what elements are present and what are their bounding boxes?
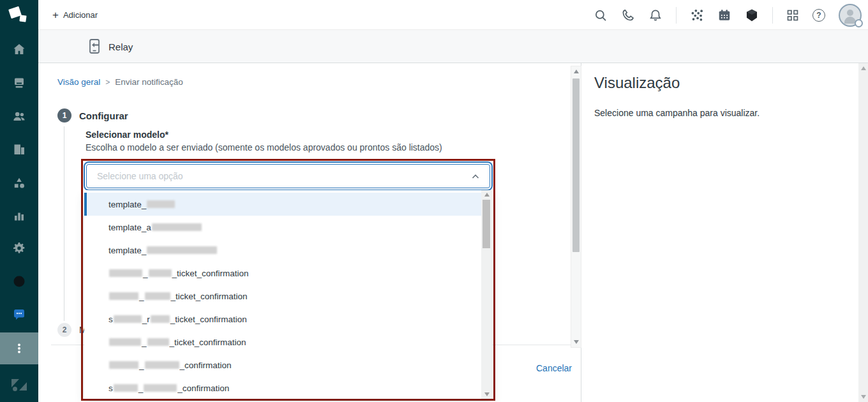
step1-title: Configurar: [79, 110, 128, 121]
option-text: _: [142, 338, 147, 347]
customers-icon: [11, 108, 27, 124]
step2-badge: 2: [57, 323, 71, 337]
redacted-text: [109, 292, 138, 300]
sidebar-item-admin[interactable]: [0, 232, 38, 264]
scroll-up-icon[interactable]: [481, 193, 492, 197]
redacted-text: [152, 223, 202, 231]
preview-title: Visualização: [594, 74, 680, 92]
dropdown-option[interactable]: template_: [84, 239, 492, 262]
breadcrumb-current: Enviar notificação: [115, 77, 183, 87]
preview-empty-text: Selecione uma campanha para visualizar.: [594, 108, 760, 118]
option-text: _: [143, 269, 148, 278]
scroll-down-icon[interactable]: [481, 392, 492, 396]
option-rows: template_template_atemplate___ticket_con…: [84, 193, 492, 399]
gear-icon: [11, 241, 27, 256]
cancel-button[interactable]: Cancelar: [536, 363, 572, 373]
topbar-divider: [676, 7, 677, 24]
option-text: _r: [142, 315, 150, 324]
window-scrollbar[interactable]: [858, 63, 868, 402]
plus-icon: +: [52, 10, 59, 20]
topbar-icons: ?: [594, 0, 862, 30]
app-calendar-icon[interactable]: [717, 8, 731, 22]
app-dot-icon: [11, 274, 27, 289]
scroll-down-icon[interactable]: [858, 395, 868, 399]
redacted-text: [109, 269, 142, 277]
dropdown-option[interactable]: template_a: [84, 216, 492, 239]
step-connector-line: [64, 126, 64, 321]
app-dots-pattern-icon[interactable]: [690, 8, 704, 22]
template-select-combobox[interactable]: [86, 164, 490, 188]
template-select-input[interactable]: [97, 171, 454, 181]
breadcrumb-link[interactable]: Visão geral: [57, 77, 100, 87]
reporting-icon: [11, 208, 27, 223]
option-text: template_a: [108, 223, 151, 232]
redacted-text: [149, 269, 172, 277]
sidebar-item-messaging[interactable]: [0, 298, 38, 330]
dropdown-scrollbar-thumb[interactable]: [483, 200, 490, 248]
field-help-text: Escolha o modelo a ser enviado (somente …: [86, 142, 442, 153]
product-logo-icon[interactable]: [0, 0, 38, 30]
scroll-up-icon[interactable]: [858, 66, 868, 70]
dropdown-option[interactable]: s_r_ticket_confirmation: [84, 308, 492, 331]
help-icon[interactable]: ?: [812, 9, 825, 22]
dropdown-option[interactable]: s__confirmation: [84, 376, 492, 399]
scroll-up-icon[interactable]: [571, 70, 581, 73]
option-text: _: [139, 361, 144, 370]
dropdown-option[interactable]: __ticket_confirmation: [84, 262, 492, 285]
dropdown-scrollbar[interactable]: [481, 190, 492, 399]
dropdown-option[interactable]: __confirmation: [84, 354, 492, 376]
tickets-icon: [11, 75, 27, 91]
field-label: Selecionar modelo*: [86, 130, 168, 140]
app-window: + Adicionar: [0, 0, 868, 402]
sidebar-item-objects[interactable]: [0, 167, 38, 199]
step1-badge: 1: [57, 108, 71, 123]
sidebar: [0, 0, 38, 402]
app-cube-icon[interactable]: [745, 8, 759, 22]
main-scrollbar-thumb[interactable]: [572, 78, 580, 252]
redacted-text: [109, 361, 138, 369]
home-icon: [11, 41, 27, 57]
option-text: _ticket_confirmation: [172, 269, 249, 278]
scroll-down-icon[interactable]: [571, 340, 581, 344]
option-text: _confirmation: [177, 383, 229, 393]
chat-icon: [11, 306, 27, 322]
dropdown-option[interactable]: template_: [84, 193, 492, 216]
sidebar-item-tickets[interactable]: [0, 67, 38, 99]
add-button[interactable]: + Adicionar: [52, 0, 98, 30]
sidebar-item-more[interactable]: [0, 332, 38, 364]
product-tray-icon[interactable]: [786, 9, 799, 22]
phone-icon[interactable]: [621, 8, 635, 22]
dropdown-option[interactable]: __ticket_confirmation: [84, 285, 492, 308]
redacted-text: [147, 200, 175, 208]
status-indicator: [855, 19, 863, 27]
redacted-text: [145, 292, 170, 300]
sidebar-item-app-dot[interactable]: [0, 265, 38, 297]
chevron-up-icon[interactable]: [471, 172, 480, 184]
search-icon[interactable]: [594, 8, 608, 22]
redacted-text: [147, 246, 217, 254]
app-title: Relay: [108, 30, 133, 63]
user-avatar[interactable]: [839, 4, 862, 27]
add-button-label: Adicionar: [63, 10, 98, 20]
sidebar-item-organizations[interactable]: [0, 133, 38, 165]
sidebar-item-reporting[interactable]: [0, 200, 38, 232]
dropdown-option[interactable]: __ticket_confirmation: [84, 331, 492, 354]
notifications-icon[interactable]: [648, 8, 662, 22]
organizations-icon: [11, 142, 27, 157]
kebab-menu-icon: [11, 341, 27, 356]
sidebar-item-home[interactable]: [0, 33, 38, 65]
redacted-text: [144, 384, 177, 392]
option-text: template_: [108, 246, 146, 255]
sidebar-item-customers[interactable]: [0, 100, 38, 132]
option-text: s: [108, 315, 113, 324]
main-scrollbar[interactable]: [571, 66, 581, 348]
zendesk-logo-icon[interactable]: [0, 369, 38, 401]
relay-app-icon: [87, 38, 101, 57]
annotation-highlight-box: template_template_atemplate___ticket_con…: [81, 159, 495, 401]
option-text: template_: [108, 200, 146, 209]
redacted-text: [147, 338, 169, 346]
app-header: Relay: [38, 30, 868, 63]
dropdown-option-list: template_template_atemplate___ticket_con…: [84, 190, 492, 399]
redacted-text: [151, 315, 170, 323]
redacted-text: [109, 338, 141, 346]
